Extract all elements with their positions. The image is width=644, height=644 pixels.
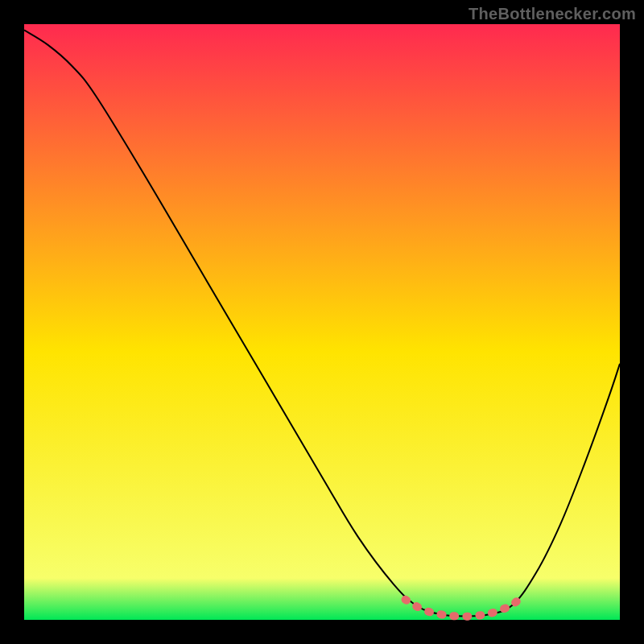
bottleneck-curve-chart [0, 0, 644, 644]
source-attribution: TheBottlenecker.com [469, 5, 636, 23]
chart-background [24, 24, 620, 620]
